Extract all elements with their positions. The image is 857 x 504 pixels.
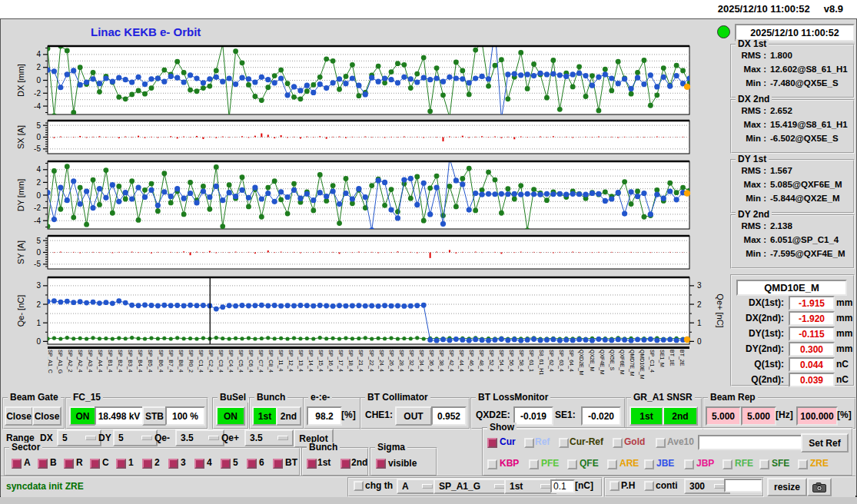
fc15-stb-button[interactable]: STB xyxy=(142,406,167,426)
show-zre-checkbox[interactable] xyxy=(798,459,808,469)
show-are-checkbox[interactable] xyxy=(607,459,617,469)
dropdown-indicator-icon xyxy=(277,436,288,440)
show-zre-label: ZRE xyxy=(810,458,829,469)
bunch-plot-2nd-checkbox[interactable] xyxy=(340,459,350,469)
sigma-visible-checkbox[interactable] xyxy=(376,459,386,469)
sy-y-axis-label: SY [A] xyxy=(16,240,25,264)
extra-input[interactable] xyxy=(724,479,762,492)
set-ref-input[interactable] xyxy=(698,435,802,450)
chg-th-label: chg th xyxy=(365,480,393,491)
bunch-select-dropdown[interactable]: 1st xyxy=(504,479,556,494)
monitor-dy1-value: -0.115 xyxy=(789,327,835,341)
stat-rms: 2.138 xyxy=(770,221,792,230)
svg-text:0: 0 xyxy=(36,76,41,85)
svg-text:0: 0 xyxy=(36,133,41,141)
snsr-1st-button[interactable]: 1st xyxy=(629,406,663,426)
show-ref-checkbox[interactable] xyxy=(524,438,534,448)
dy-plot: 420-2-4DY [mm] xyxy=(14,159,693,232)
se1-value-display: -0.020 xyxy=(581,406,621,426)
show-kbp-checkbox[interactable] xyxy=(487,459,497,469)
bpm-label: SP_B6_4 xyxy=(158,350,164,373)
snsr-2nd-button[interactable]: 2nd xyxy=(663,406,698,426)
range-dx-dropdown[interactable]: 5 xyxy=(57,429,101,446)
beam-rep-1-display: 5.000 xyxy=(706,406,741,426)
show-cur-checkbox[interactable] xyxy=(487,438,497,448)
show-pfe-checkbox[interactable] xyxy=(529,459,539,469)
sector-a-checkbox[interactable] xyxy=(12,459,22,469)
bunch-2nd-button[interactable]: 2nd xyxy=(276,406,301,426)
busel-on-button[interactable]: ON xyxy=(216,406,245,426)
range-dx-label: DX xyxy=(40,433,53,443)
svg-text:4: 4 xyxy=(36,50,41,58)
conti-label: conti xyxy=(656,480,678,491)
show-ave10-label: Ave10 xyxy=(667,436,694,447)
sector-bt-checkbox[interactable] xyxy=(273,459,283,469)
svg-text:-4: -4 xyxy=(34,217,41,225)
sector-c-checkbox[interactable] xyxy=(90,459,100,469)
camera-button[interactable] xyxy=(807,478,832,496)
bpm-label: SP_26_4 xyxy=(389,350,394,372)
range-dy-dropdown[interactable]: 5 xyxy=(113,429,158,446)
bpm-label: SP_16_4 xyxy=(328,350,334,372)
range-qem-dropdown[interactable]: 3.5 xyxy=(175,429,224,446)
svg-text:0: 0 xyxy=(36,248,41,257)
bpm-label: SP_24_4 xyxy=(379,350,384,372)
sector-1-checkbox[interactable] xyxy=(116,459,126,469)
show-jbe-checkbox[interactable] xyxy=(644,459,654,469)
ph-checkbox[interactable] xyxy=(610,481,619,491)
monitor-select-dropdown[interactable]: SP_A1_G xyxy=(433,479,510,494)
show-gold-checkbox[interactable] xyxy=(613,438,623,448)
bpm-label: SP_A3_4 xyxy=(88,350,93,373)
stat-rms: 2.652 xyxy=(770,106,792,115)
dx-y-axis-label: DX [mm] xyxy=(16,64,25,97)
show-ave10-checkbox[interactable] xyxy=(656,438,666,448)
bpm-label: SP_C3_4 xyxy=(218,350,224,373)
sector-r-checkbox[interactable] xyxy=(64,459,74,469)
sector-2-checkbox[interactable] xyxy=(142,459,152,469)
beam-gate-close-2-button[interactable]: Close xyxy=(32,406,61,426)
qxd2e-label: QXD2E: xyxy=(476,410,510,420)
set-ref-button[interactable]: Set Ref xyxy=(801,433,849,453)
bpm-label: SP_13_4 xyxy=(298,350,304,372)
window-title-bar: 2025/12/10 11:00:52v8.9 xyxy=(0,0,857,18)
sector-b-checkbox[interactable] xyxy=(38,459,48,469)
dropdown-indicator-icon xyxy=(141,436,152,440)
th-sector-dropdown[interactable]: A xyxy=(397,479,438,494)
bpm-label: SP_A2_4 xyxy=(78,350,83,373)
monitor-dx1-value: -1.915 xyxy=(789,296,835,310)
bunch-plot-1st-checkbox[interactable] xyxy=(307,459,317,469)
fc15-on-button[interactable]: ON xyxy=(69,406,96,426)
show-rfe-checkbox[interactable] xyxy=(722,459,732,469)
sector-4-checkbox[interactable] xyxy=(194,459,204,469)
chg-th-checkbox[interactable] xyxy=(354,481,364,491)
che1-label: CHE1: xyxy=(365,410,393,420)
bpm-label: SP_17_4 xyxy=(338,350,344,372)
bpm-label: SP_58_4 xyxy=(519,350,524,372)
svg-text:4: 4 xyxy=(36,165,41,174)
stat-max: 6.051@SP_C1_4 xyxy=(770,235,839,244)
beam-gate-close-1-button[interactable]: Close xyxy=(5,406,33,426)
show-cur-ref-checkbox[interactable] xyxy=(559,438,569,448)
conti-checkbox[interactable] xyxy=(644,481,654,491)
show-sfe-checkbox[interactable] xyxy=(759,459,769,469)
threshold-unit-label: [nC] xyxy=(575,480,593,491)
bpm-label: SP_C7_4 xyxy=(258,350,264,373)
sector-6-checkbox[interactable] xyxy=(247,459,257,469)
sector-2-label: 2 xyxy=(154,457,160,468)
resize-button[interactable]: resize xyxy=(767,478,807,496)
threshold-value-input[interactable]: 0.1 xyxy=(550,479,575,493)
svg-text:3: 3 xyxy=(36,281,41,290)
sector-5-checkbox[interactable] xyxy=(221,459,231,469)
bunch-1st-button[interactable]: 1st xyxy=(252,406,277,426)
range-qep-dropdown[interactable]: 3.5 xyxy=(244,429,294,446)
count-dropdown[interactable]: 300 xyxy=(684,479,730,494)
show-qfe-checkbox[interactable] xyxy=(567,459,577,469)
bpm-label: SP_18_4 xyxy=(348,350,354,372)
show-jbp-checkbox[interactable] xyxy=(684,459,694,469)
che1-out-button[interactable]: OUT xyxy=(395,406,432,426)
stat-group-title: DY 2nd xyxy=(736,210,772,220)
sector-3-checkbox[interactable] xyxy=(168,459,178,469)
stat-group-title: DX 1st xyxy=(736,39,769,49)
qe-plot: 3210Qe- [nC]3210Qe+ [nC] xyxy=(14,275,739,347)
show-kbp-label: KBP xyxy=(500,458,519,469)
